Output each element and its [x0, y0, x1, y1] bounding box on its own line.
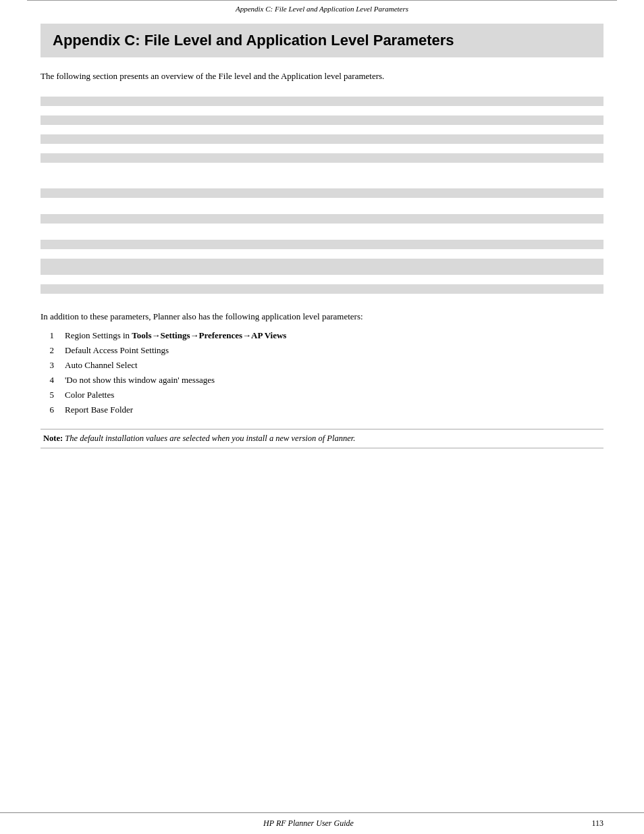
note-box: Note: The default installation values ar… [41, 429, 603, 448]
table-cell [41, 259, 153, 275]
table-cell [378, 224, 491, 240]
table-cell [378, 188, 491, 198]
table-cell [266, 188, 379, 198]
table-cell [153, 163, 266, 172]
table-cell [153, 153, 266, 163]
list-item: 2 Default Access Point Settings [41, 343, 603, 358]
page-footer: HP RF Planner User Guide 113 [0, 812, 644, 834]
table-cell [378, 97, 491, 106]
list-item: 4 'Do not show this window again' messag… [41, 373, 603, 388]
table-cell [491, 198, 603, 214]
table-cell [491, 214, 603, 224]
table-cell [266, 214, 379, 224]
table-cell [491, 144, 603, 153]
table-cell [153, 275, 266, 284]
list-item: 3 Auto Channel Select [41, 358, 603, 373]
table-cell [153, 224, 266, 240]
table-cell [41, 240, 153, 249]
list-text-3: Auto Channel Select [65, 358, 138, 373]
footer-page: 113 [576, 818, 603, 829]
table-cell [266, 259, 379, 275]
table-cell [153, 240, 266, 249]
table-cell [153, 214, 266, 224]
table-cell [491, 284, 603, 294]
table-cell [41, 97, 153, 106]
table-cell [266, 240, 379, 249]
table-cell [41, 144, 153, 153]
table-cell [41, 275, 153, 284]
table-cell [41, 224, 153, 240]
chapter-title: Appendix C: File Level and Application L… [53, 32, 591, 49]
table-cell [41, 106, 153, 115]
table-cell [266, 134, 379, 144]
list-text-4: 'Do not show this window again' messages [65, 373, 215, 388]
table-section-2 [41, 188, 603, 294]
table-cell [41, 188, 153, 198]
table-cell [491, 240, 603, 249]
table-cell [378, 134, 491, 144]
table-cell [266, 163, 379, 172]
table-cell [378, 106, 491, 115]
table-cell [266, 144, 379, 153]
table-cell [41, 125, 153, 134]
list-item: 1 Region Settings in Tools→Settings→Pref… [41, 328, 603, 343]
table-cell [153, 97, 266, 106]
list-item: 6 Report Base Folder [41, 402, 603, 417]
main-content: Appendix C: File Level and Application L… [0, 13, 644, 812]
table-cell [266, 115, 379, 125]
table-cell [378, 115, 491, 125]
table-cell [491, 188, 603, 198]
table-cell [491, 106, 603, 115]
list-item: 5 Color Palettes [41, 388, 603, 402]
table-cell [378, 198, 491, 214]
table-cell [41, 214, 153, 224]
table-cell [491, 259, 603, 275]
list-text-1: Region Settings in Tools→Settings→Prefer… [65, 328, 286, 343]
table-cell [491, 275, 603, 284]
table-cell [491, 163, 603, 172]
table-cell [41, 115, 153, 125]
table-2 [41, 188, 603, 294]
table-cell [266, 284, 379, 294]
table-cell [378, 153, 491, 163]
intro-paragraph: The following section presents an overvi… [41, 70, 603, 83]
table-cell [41, 198, 153, 214]
table-cell [153, 125, 266, 134]
table-cell [491, 97, 603, 106]
table-cell [378, 163, 491, 172]
table-cell [41, 163, 153, 172]
table-cell [41, 249, 153, 259]
table-cell [266, 198, 379, 214]
table-cell [378, 214, 491, 224]
table-cell [378, 249, 491, 259]
table-cell [266, 125, 379, 134]
numbered-list: 1 Region Settings in Tools→Settings→Pref… [41, 328, 603, 418]
list-num-3: 3 [41, 358, 54, 373]
table-cell [41, 153, 153, 163]
table-cell [378, 144, 491, 153]
list-num-4: 4 [41, 373, 54, 388]
table-cell [266, 106, 379, 115]
table-cell [266, 249, 379, 259]
table-cell [378, 284, 491, 294]
table-section-1 [41, 97, 603, 172]
table-cell [266, 224, 379, 240]
table-1 [41, 97, 603, 172]
table-cell [153, 198, 266, 214]
list-num-2: 2 [41, 343, 54, 358]
table-cell [153, 284, 266, 294]
table-cell [153, 249, 266, 259]
table-cell [41, 134, 153, 144]
table-cell [378, 125, 491, 134]
page-header: Appendix C: File Level and Application L… [27, 0, 617, 13]
header-text: Appendix C: File Level and Application L… [236, 5, 408, 13]
table-cell [491, 125, 603, 134]
list-text-5: Color Palettes [65, 388, 114, 402]
additional-text: In addition to these parameters, Planner… [41, 310, 603, 323]
table-cell [491, 134, 603, 144]
table-cell [491, 224, 603, 240]
table-cell [153, 259, 266, 275]
table-cell [491, 153, 603, 163]
list-bold-1: Tools→Settings→Preferences→AP Views [132, 330, 286, 340]
table-cell [153, 188, 266, 198]
